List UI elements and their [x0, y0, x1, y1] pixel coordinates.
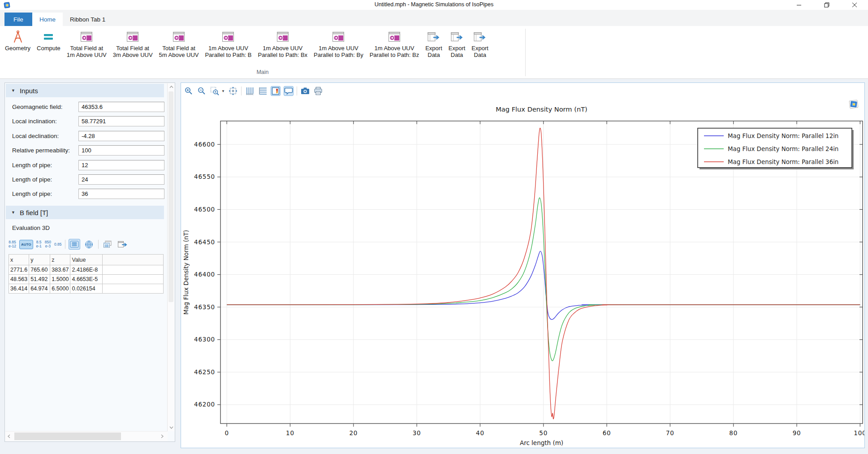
scroll-right-icon[interactable] [159, 432, 166, 440]
export-data-2-button[interactable]: ExportData [445, 28, 469, 59]
restore-button[interactable] [816, 0, 837, 10]
ribbon-tab-strip: File Home Ribbon Tab 1 [0, 10, 868, 26]
horizontal-scrollbar[interactable] [5, 431, 168, 441]
notation-full-precision-button[interactable]: 8.85e-12 [9, 240, 16, 248]
svg-text:Mag Flux Density Norm (nT): Mag Flux Density Norm (nT) [496, 105, 587, 113]
local-declination-input[interactable] [78, 131, 164, 141]
collapse-triangle-icon: ▼ [11, 88, 15, 93]
vertical-scrollbar[interactable] [167, 83, 174, 431]
total-field-1m-button[interactable]: Total Field at1m Above UUV [64, 28, 110, 59]
parallel-path-b-button[interactable]: 1m Above UUVParallel to Path: B [202, 28, 255, 59]
length-of-pipe-input[interactable] [78, 160, 164, 170]
export-table-button[interactable] [117, 239, 128, 250]
length-of-pipe-input[interactable] [78, 174, 164, 185]
notation-decimal-button[interactable]: 0.85 [54, 242, 62, 246]
input-field-row: Local declination: [5, 131, 165, 142]
geomagnetic-field-input[interactable] [78, 102, 164, 112]
table-row[interactable]: 48.56351.4921.50004.6653E-5 [9, 275, 164, 284]
svg-text:20: 20 [349, 429, 358, 437]
compute-button[interactable]: Compute [34, 28, 64, 52]
plot-window-icon [173, 29, 185, 45]
close-icon [852, 2, 857, 8]
svg-text:46300: 46300 [194, 336, 215, 343]
inputs-section-header[interactable]: ▼ Inputs [6, 84, 164, 97]
table-row[interactable]: 36.41464.9746.50000.026154 [9, 284, 164, 294]
legend-label: Mag Flux Density Norm: Parallel 24in [728, 146, 838, 152]
notation-scientific-button[interactable]: 8.5e-1 [36, 240, 42, 248]
export-data-icon [427, 29, 440, 45]
svg-text:46600: 46600 [194, 141, 215, 148]
bfield-section-header[interactable]: ▼ B field [T] [6, 206, 164, 219]
total-field-3m-button[interactable]: Total Field at3m Above UUV [110, 28, 156, 59]
scroll-left-icon[interactable] [5, 432, 13, 440]
copy-table-button[interactable] [102, 239, 113, 250]
scroll-up-icon[interactable] [168, 83, 175, 91]
evaluation-3d-label: Evaluation 3D [12, 225, 50, 231]
svg-text:0: 0 [225, 429, 229, 437]
notation-engineering-button[interactable]: 850e-3 [45, 240, 51, 248]
parallel-path-bx-button[interactable]: 1m Above UUVParallel to Path: Bx [255, 28, 311, 59]
svg-text:50: 50 [539, 429, 548, 437]
full-precision-view-button[interactable] [83, 239, 95, 250]
scroll-down-icon[interactable] [168, 424, 175, 431]
toolbar-separator [65, 240, 65, 249]
plot-window-icon [126, 29, 139, 45]
column-header-y: y [29, 255, 50, 265]
svg-text:Arc length (m): Arc length (m) [520, 439, 563, 446]
minimize-icon [796, 2, 802, 8]
plot-window-icon [80, 29, 93, 45]
input-field-row: Geomagnetic field: [5, 102, 165, 112]
graphics-panel: ▼ 01020304050607080901004620046250463004… [181, 82, 865, 448]
column-header-empty [103, 255, 164, 265]
close-button[interactable] [844, 0, 865, 10]
geometry-button[interactable]: Geometry [2, 28, 34, 52]
legend-label: Mag Flux Density Norm: Parallel 12in [728, 133, 838, 139]
geometry-icon [11, 29, 25, 45]
table-view-button[interactable] [69, 239, 80, 250]
ribbon: Geometry Compute Total Field at1m Above … [0, 26, 868, 79]
svg-text:46500: 46500 [194, 206, 215, 213]
svg-text:Mag Flux Density Norm (nT): Mag Flux Density Norm (nT) [182, 230, 190, 315]
export-data-3-button[interactable]: ExportData [468, 28, 492, 59]
svg-text:10: 10 [286, 429, 294, 437]
minimize-button[interactable] [789, 0, 809, 10]
legend-label: Mag Flux Density Norm: Parallel 36in [728, 159, 838, 165]
tab-home[interactable]: Home [32, 13, 63, 26]
input-field-row: Length of pipe: [5, 160, 165, 171]
evaluation-table: xyzValue 2771.6765.60383.672.4186E-848.5… [9, 254, 164, 294]
scrollbar-thumb[interactable] [168, 91, 173, 302]
export-data-icon [450, 29, 464, 45]
relative-permeability-input[interactable] [78, 145, 164, 156]
total-field-5m-button[interactable]: Total Field at5m Above UUV [156, 28, 202, 59]
plot-window-icon [332, 29, 345, 45]
svg-text:100: 100 [854, 429, 864, 437]
column-header-z: z [50, 255, 70, 265]
comsol-logo-icon [848, 99, 859, 110]
svg-text:70: 70 [666, 429, 674, 437]
tab-file[interactable]: File [4, 13, 32, 26]
table-row[interactable]: 2771.6765.60383.672.4186E-8 [9, 265, 164, 275]
export-data-icon [473, 29, 487, 45]
scrollbar-thumb[interactable] [14, 432, 121, 440]
settings-panel: ▼ Inputs Geomagnetic field: Local inclin… [4, 82, 175, 442]
ribbon-group-separator [525, 29, 526, 76]
plot-window-icon [276, 29, 289, 45]
svg-text:46400: 46400 [194, 271, 215, 278]
local-inclination-input[interactable] [78, 116, 164, 126]
length-of-pipe-input[interactable] [78, 189, 164, 199]
input-field-row: Length of pipe: [5, 189, 165, 199]
plot-area[interactable]: 0102030405060708090100462004625046300463… [181, 83, 864, 448]
parallel-path-bz-button[interactable]: 1m Above UUVParallel to Path: Bz [367, 28, 423, 59]
input-field-row: Local inclination: [5, 116, 165, 127]
svg-text:46200: 46200 [194, 401, 215, 408]
input-field-row: Relative permeability: [5, 145, 165, 156]
svg-text:90: 90 [793, 429, 801, 437]
ribbon-group-label: Main [0, 69, 525, 75]
notation-auto-button[interactable]: AUTO [19, 240, 33, 249]
column-header-x: x [9, 255, 29, 265]
tab-ribbon-tab-1[interactable]: Ribbon Tab 1 [63, 13, 112, 26]
svg-text:46350: 46350 [194, 303, 215, 311]
export-data-1-button[interactable]: ExportData [422, 28, 445, 59]
parallel-path-by-button[interactable]: 1m Above UUVParallel to Path: By [311, 28, 367, 59]
svg-text:46450: 46450 [194, 238, 215, 246]
